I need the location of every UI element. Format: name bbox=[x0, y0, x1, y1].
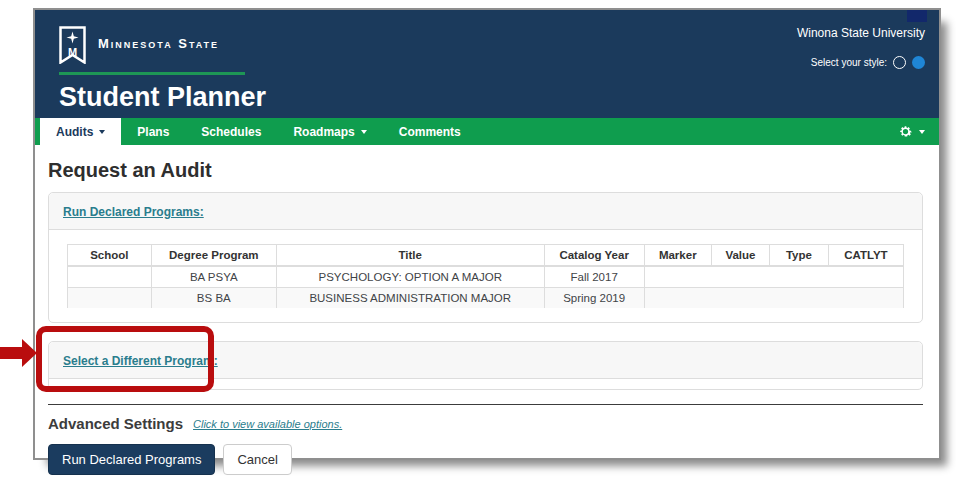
cell-title: BUSINESS ADMINISTRATION MAJOR bbox=[276, 288, 544, 309]
settings-menu[interactable] bbox=[884, 118, 939, 145]
col-title: Title bbox=[276, 245, 544, 267]
col-type: Type bbox=[770, 245, 829, 267]
caret-down-icon bbox=[361, 130, 367, 134]
institution-name: Winona State University bbox=[797, 26, 925, 40]
cell-catalog-year: Fall 2017 bbox=[544, 266, 644, 288]
cell-catalog-year: Spring 2019 bbox=[544, 288, 644, 309]
style-option-light[interactable] bbox=[893, 56, 906, 69]
caret-down-icon bbox=[99, 130, 105, 134]
header-right: Winona State University Select your styl… bbox=[797, 26, 925, 69]
declared-programs-panel: Run Declared Programs: School Degree Pro bbox=[48, 192, 923, 323]
svg-text:M: M bbox=[68, 46, 77, 58]
style-selector: Select your style: bbox=[797, 56, 925, 69]
tab-schedules[interactable]: Schedules bbox=[185, 118, 277, 145]
cell-title: PSYCHOLOGY: OPTION A MAJOR bbox=[276, 266, 544, 288]
advanced-settings-title: Advanced Settings bbox=[48, 415, 183, 432]
tab-roadmaps[interactable]: Roadmaps bbox=[277, 118, 382, 145]
advanced-settings-row: Advanced Settings Click to view availabl… bbox=[48, 415, 923, 432]
section-divider bbox=[48, 404, 923, 405]
cell-degree-program: BA PSYA bbox=[151, 266, 276, 288]
header-divider bbox=[59, 72, 245, 75]
col-catalog-year: Catalog Year bbox=[544, 245, 644, 267]
annotation-highlight-box bbox=[36, 326, 214, 392]
corner-artifact bbox=[907, 10, 927, 22]
col-catlyt: CATLYT bbox=[828, 245, 903, 267]
col-school: School bbox=[68, 245, 152, 267]
page-title: Request an Audit bbox=[48, 159, 923, 182]
declared-programs-panel-heading: Run Declared Programs: bbox=[49, 193, 922, 230]
cell-degree-program: BS BA bbox=[151, 288, 276, 309]
tab-audits[interactable]: Audits bbox=[40, 118, 121, 145]
screenshot-stage: M Minnesota State Student Planner Winona… bbox=[0, 0, 956, 483]
col-marker: Marker bbox=[644, 245, 711, 267]
action-buttons: Run Declared Programs Cancel bbox=[48, 444, 923, 475]
cell-school bbox=[68, 266, 152, 288]
cell-marker-value-type-catlyt bbox=[644, 288, 903, 309]
table-row: BS BA BUSINESS ADMINISTRATION MAJOR Spri… bbox=[68, 288, 904, 309]
gear-icon bbox=[898, 124, 913, 139]
tab-plans[interactable]: Plans bbox=[121, 118, 185, 145]
page-content: Request an Audit Run Declared Programs: bbox=[35, 159, 939, 475]
cancel-button[interactable]: Cancel bbox=[223, 444, 291, 475]
annotation-arrow-icon bbox=[0, 347, 24, 359]
app-title: Student Planner bbox=[59, 82, 266, 113]
declared-programs-table: School Degree Program Title Catalog Year… bbox=[67, 244, 904, 308]
minnesota-state-logo-icon: M bbox=[59, 26, 86, 68]
table-header-row: School Degree Program Title Catalog Year… bbox=[68, 245, 904, 267]
caret-down-icon bbox=[919, 130, 925, 134]
brand-name: Minnesota State bbox=[98, 36, 219, 51]
cell-school bbox=[68, 288, 152, 309]
table-row: BA PSYA PSYCHOLOGY: OPTION A MAJOR Fall … bbox=[68, 266, 904, 288]
tab-comments[interactable]: Comments bbox=[383, 118, 477, 145]
view-available-options-link[interactable]: Click to view available options. bbox=[193, 418, 342, 430]
col-degree-program: Degree Program bbox=[151, 245, 276, 267]
app-header: M Minnesota State Student Planner Winona… bbox=[35, 10, 939, 118]
cell-marker-value-type-catlyt bbox=[644, 266, 903, 288]
app-window: M Minnesota State Student Planner Winona… bbox=[33, 8, 941, 460]
run-declared-programs-button[interactable]: Run Declared Programs bbox=[48, 444, 215, 475]
style-selector-label: Select your style: bbox=[811, 57, 887, 68]
col-value: Value bbox=[711, 245, 770, 267]
brand-lockup: M Minnesota State bbox=[59, 26, 219, 68]
style-option-blue[interactable] bbox=[912, 56, 925, 69]
declared-programs-panel-body: School Degree Program Title Catalog Year… bbox=[49, 230, 922, 322]
run-declared-programs-link[interactable]: Run Declared Programs: bbox=[63, 205, 204, 219]
annotation-arrow-icon bbox=[22, 339, 37, 367]
main-nav: Audits Plans Schedules Roadmaps Comments bbox=[35, 118, 939, 145]
